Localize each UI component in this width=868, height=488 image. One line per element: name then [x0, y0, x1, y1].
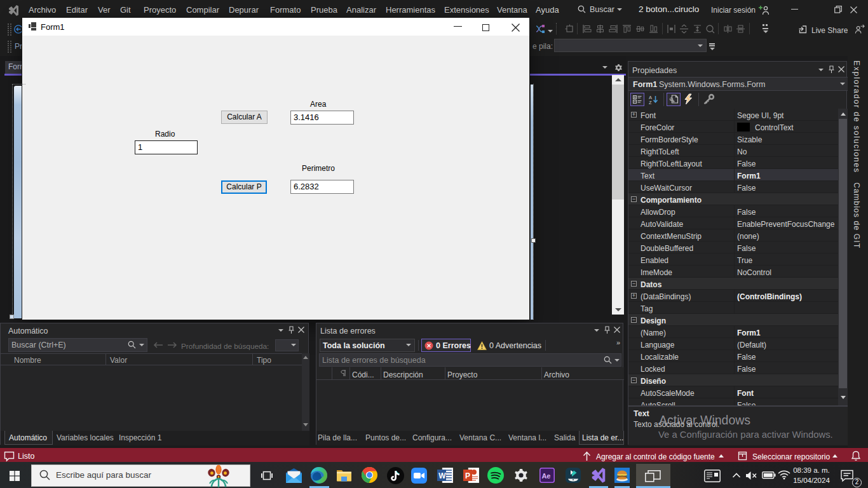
svg-text:W: W	[438, 471, 446, 480]
svg-text:P: P	[465, 471, 470, 480]
svg-text:Ae: Ae	[541, 472, 550, 480]
svg-text:Z: Z	[649, 100, 652, 104]
